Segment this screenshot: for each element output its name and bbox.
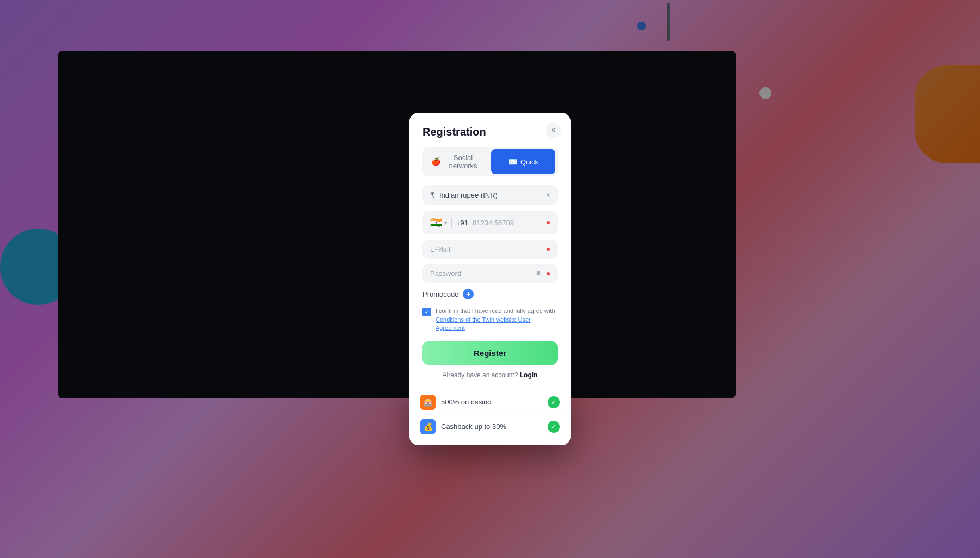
country-flag-selector[interactable]: 🇮🇳 ▾ [430, 217, 447, 229]
promocode-label: Promocode [422, 290, 458, 298]
phone-separator [451, 218, 452, 228]
india-flag-icon: 🇮🇳 [430, 217, 442, 229]
eye-icon[interactable]: 👁 [535, 269, 542, 278]
tab-social-label: Social networks [444, 154, 482, 170]
promocode-add-button[interactable]: + [463, 289, 474, 299]
phone-code: +91 [456, 219, 468, 227]
phone-input-container: 🇮🇳 ▾ +91 81234 56789 [422, 211, 558, 234]
bonus-cashback: 💰 Cashback up to 30% ✓ [418, 415, 562, 439]
bonus-casino-check: ✓ [548, 396, 560, 408]
tab-quick-label: Quick [520, 158, 538, 166]
tab-switcher: 🍎 Social networks ✉️ Quick [422, 147, 558, 176]
registration-modal: × Registration 🍎 Social networks ✉️ Quic… [409, 113, 571, 445]
email-required-dot [547, 248, 550, 251]
currency-label: Indian rupee (INR) [439, 191, 498, 199]
register-button[interactable]: Register [422, 341, 558, 365]
password-field-container[interactable]: Password 👁 [422, 264, 558, 283]
bonus-cashback-text: Cashback up to 30% [441, 422, 506, 431]
casino-icon: 🎰 [420, 395, 436, 410]
terms-text: I confirm that I have read and fully agr… [436, 307, 558, 332]
password-required-dot [547, 272, 550, 275]
tab-social-networks[interactable]: 🍎 Social networks [425, 149, 489, 174]
email-placeholder: E-Mail [430, 245, 450, 253]
cashback-icon: 💰 [420, 419, 436, 434]
bonus-section: 🎰 500% on casino ✓ 💰 Cashback up to 30% … [409, 388, 571, 445]
bonus-casino-text: 500% on casino [441, 398, 492, 406]
bonus-casino: 🎰 500% on casino ✓ [418, 390, 562, 415]
flag-chevron-icon: ▾ [444, 220, 447, 226]
chevron-down-icon: ▾ [547, 191, 550, 199]
phone-required-dot [547, 221, 550, 224]
bonus-cashback-check: ✓ [548, 421, 560, 433]
close-icon: × [551, 126, 555, 134]
promocode-row: Promocode + [422, 289, 558, 299]
plus-icon: + [466, 290, 470, 298]
rupee-icon: ₹ [430, 191, 435, 199]
login-link[interactable]: Login [520, 371, 538, 379]
apple-icon: 🍎 [431, 157, 440, 166]
email-icon: ✉️ [508, 157, 517, 166]
email-field-container[interactable]: E-Mail [422, 240, 558, 259]
close-button[interactable]: × [546, 122, 561, 138]
login-row: Already have an account? Login [422, 371, 558, 379]
terms-checkbox-row: ✓ I confirm that I have read and fully a… [422, 307, 558, 332]
modal-title: Registration [422, 126, 558, 138]
modal-overlay: × Registration 🍎 Social networks ✉️ Quic… [0, 0, 980, 558]
password-placeholder: Password [430, 269, 461, 278]
tab-quick[interactable]: ✉️ Quick [491, 149, 555, 174]
currency-selector[interactable]: ₹ Indian rupee (INR) ▾ [422, 185, 558, 205]
terms-link[interactable]: Conditions of the Twin website User Agre… [436, 316, 531, 331]
phone-number-input[interactable]: 81234 56789 [473, 219, 542, 227]
terms-checkbox[interactable]: ✓ [422, 308, 431, 316]
modal-main: × Registration 🍎 Social networks ✉️ Quic… [409, 113, 571, 387]
login-prompt: Already have an account? [443, 371, 518, 379]
